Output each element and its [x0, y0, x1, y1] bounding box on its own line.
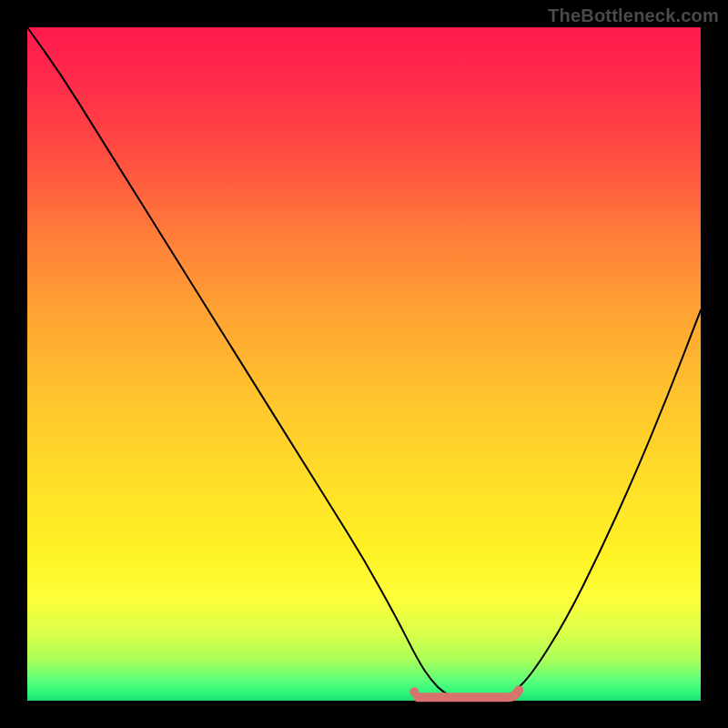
watermark-text: TheBottleneck.com: [548, 5, 719, 26]
curve-layer: [27, 27, 701, 701]
gradient-plot-area: [27, 27, 701, 701]
chart-frame: TheBottleneck.com: [0, 0, 728, 728]
optimal-flat-marker: [410, 687, 519, 697]
optimal-flat-start-dot: [410, 687, 419, 696]
optimal-flat-line: [418, 690, 519, 697]
bottleneck-curve: [27, 27, 701, 701]
